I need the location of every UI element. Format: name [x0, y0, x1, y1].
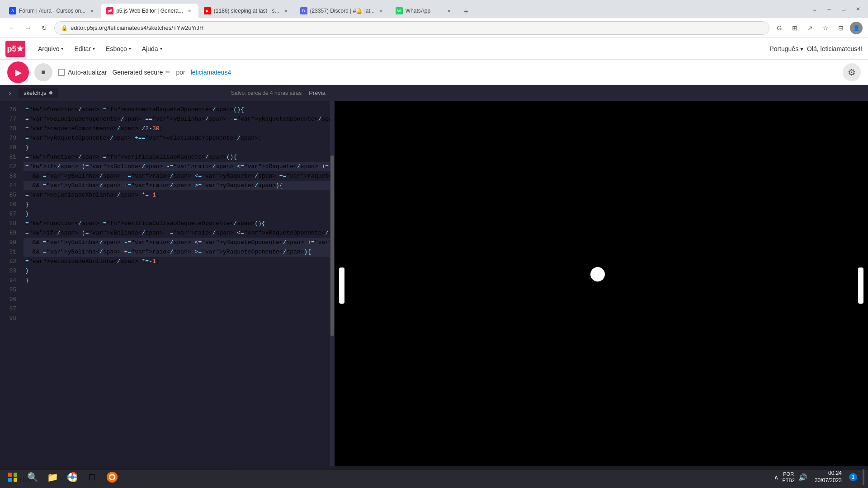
start-button[interactable]	[4, 468, 22, 486]
minimize-button[interactable]: ─	[823, 3, 835, 15]
menu-esboco[interactable]: Esboço ▾	[100, 42, 137, 55]
user-greeting[interactable]: Olá, leticiamateus4!	[807, 45, 863, 52]
menu-esboco-label: Esboço	[106, 45, 127, 52]
address-text: editor.p5js.org/leticiamateus4/sketches/…	[71, 24, 203, 31]
play-button[interactable]: ▶	[7, 61, 29, 83]
tab-whatsapp[interactable]: W WhatsApp ✕	[390, 4, 458, 18]
menu-ajuda-arrow: ▾	[160, 46, 162, 51]
code-line: }	[24, 266, 330, 276]
code-line: }	[24, 276, 330, 285]
address-bar: ← → ↻ 🔒 editor.p5js.org/leticiamateus4/s…	[0, 18, 868, 38]
filename: sketch.js	[24, 89, 47, 96]
file-tab-bar: › sketch.js Salvo: cerca de 4 horas atrá…	[0, 85, 335, 101]
file-tab-sketch[interactable]: sketch.js	[18, 88, 58, 98]
browser-toolbar-icons: G ⊞ ↗ ☆ ⊟ 👤	[773, 22, 863, 34]
menu-arquivo[interactable]: Arquivo ▾	[33, 42, 69, 55]
tab-favicon-p5: p5	[106, 7, 113, 14]
translate-icon[interactable]: ⊞	[788, 22, 801, 34]
p5-logo[interactable]: p5★	[5, 41, 25, 57]
toggle-sidebar-button[interactable]: ›	[4, 87, 16, 99]
tab-close-whatsapp[interactable]: ✕	[445, 7, 453, 14]
back-button[interactable]: ←	[5, 22, 18, 34]
chevron-up-icon[interactable]: ∧	[774, 474, 778, 481]
tab-close-p5[interactable]: ✕	[186, 7, 193, 14]
menu-arquivo-label: Arquivo	[38, 45, 59, 52]
preview-header-label: Prévia	[303, 88, 331, 98]
svg-point-4	[110, 475, 114, 479]
google-icon[interactable]: G	[773, 22, 786, 34]
code-line: ="kw">if</span> (="var">xBolinha</span> …	[24, 228, 330, 238]
maximize-button[interactable]: □	[837, 3, 850, 15]
chrome-alt-taskbar-icon[interactable]	[103, 468, 121, 486]
code-line: ="var">raqueteComprimento</span> / 2 - 3…	[24, 124, 330, 133]
code-line: }	[24, 209, 330, 219]
split-view-icon[interactable]: ⊟	[835, 22, 847, 34]
paddle-left	[339, 267, 344, 304]
code-line: && ="var">yBolinha</span> - ="var">raio<…	[24, 171, 330, 181]
refresh-button[interactable]: ↻	[38, 22, 51, 34]
p5-toolbar: ▶ ■ Auto-atualizar Generated secure ✏ po…	[0, 60, 868, 85]
language-selector[interactable]: Português ▾	[769, 45, 803, 52]
save-info: Salvo: cerca de 4 horas atrás	[231, 90, 302, 96]
win-square-3	[8, 478, 12, 482]
tab-list-button[interactable]: ⌄	[808, 3, 821, 15]
code-lines[interactable]: ="kw">function</span> ="fn">movimentaRaq…	[22, 101, 330, 470]
code-line: ="kw">function</span> ="fn">movimentaRaq…	[24, 105, 330, 114]
search-taskbar-icon[interactable]: 🔍	[24, 468, 42, 486]
menu-editar-arrow: ▾	[93, 46, 95, 51]
taskbar-clock[interactable]: 00:24 30/07/2023	[815, 470, 842, 484]
author-label[interactable]: leticiamateus4	[191, 69, 231, 76]
taskbar-right-icons: ∧ POR PTB2 🔊	[774, 471, 807, 484]
menu-ajuda[interactable]: Ajuda ▾	[137, 42, 168, 55]
settings-button[interactable]: ⚙	[843, 63, 861, 81]
code-content[interactable]: 7677787980818283848586878889909192939495…	[0, 101, 335, 470]
win-square-2	[14, 473, 18, 477]
stop-button[interactable]: ■	[34, 63, 52, 81]
tab-alura[interactable]: A Fórum | Alura - Cursos on... ✕	[4, 4, 101, 18]
notes-taskbar-icon[interactable]: 🗒	[83, 468, 101, 486]
tab-close-discord[interactable]: ✕	[377, 7, 385, 14]
tab-favicon-alura: A	[9, 7, 16, 14]
tab-close-yt[interactable]: ✕	[282, 7, 289, 14]
menu-editar[interactable]: Editar ▾	[69, 42, 100, 55]
profile-button[interactable]: 👤	[850, 22, 863, 34]
notification-badge[interactable]: 3	[849, 473, 857, 481]
forward-button[interactable]: →	[22, 22, 34, 34]
auto-update-label[interactable]: Auto-atualizar	[58, 69, 107, 76]
tab-title-alura: Fórum | Alura - Cursos on...	[19, 8, 85, 14]
auto-update-checkbox[interactable]	[58, 69, 65, 76]
tab-discord[interactable]: D (23357) Discord | #🔔 |at... ✕	[295, 4, 390, 18]
edit-icon[interactable]: ✏	[165, 69, 170, 75]
address-input[interactable]: 🔒 editor.p5js.org/leticiamateus4/sketche…	[54, 21, 769, 35]
tab-p5[interactable]: p5 p5.js Web Editor | Genera... ✕	[101, 4, 198, 18]
browser-titlebar: A Fórum | Alura - Cursos on... ✕ p5 p5.j…	[0, 0, 868, 18]
p5-right: Português ▾ Olá, leticiamateus4!	[769, 45, 863, 52]
tabs-bar: A Fórum | Alura - Cursos on... ✕ p5 p5.j…	[4, 0, 472, 18]
chrome-taskbar-icon[interactable]	[63, 468, 81, 486]
show-desktop-button[interactable]	[863, 469, 864, 485]
tab-close-alura[interactable]: ✕	[88, 7, 95, 14]
scrollbar-thumb[interactable]	[330, 155, 334, 336]
preview-header	[335, 85, 868, 101]
tab-title-yt: (1186) sleeping at last - s...	[214, 8, 279, 14]
new-tab-button[interactable]: +	[460, 5, 472, 18]
close-button[interactable]: ✕	[852, 3, 864, 15]
menu-arquivo-arrow: ▾	[61, 46, 63, 51]
preview-canvas	[335, 101, 868, 470]
menu-ajuda-label: Ajuda	[142, 45, 158, 52]
bookmark-icon[interactable]: ☆	[819, 22, 832, 34]
tab-favicon-wa: W	[396, 7, 403, 14]
share-icon[interactable]: ↗	[804, 22, 816, 34]
settings-icon: ⚙	[848, 67, 856, 78]
secure-label: Generated secure ✏	[112, 69, 170, 76]
menu-editar-label: Editar	[74, 45, 91, 52]
tab-youtube[interactable]: ▶ (1186) sleeping at last - s... ✕	[198, 4, 295, 18]
vertical-scrollbar[interactable]	[330, 101, 335, 470]
lang-line2: PTB2	[782, 477, 795, 483]
tab-title-discord: (23357) Discord | #🔔 |at...	[310, 8, 375, 14]
tab-title-whatsapp: WhatsApp	[406, 8, 443, 14]
code-line: && ="var">yBolinha</span> - ="var">raio<…	[24, 238, 330, 247]
files-taskbar-icon[interactable]: 📁	[43, 468, 61, 486]
lang-line1: POR	[783, 471, 794, 477]
speaker-icon[interactable]: 🔊	[798, 473, 807, 482]
